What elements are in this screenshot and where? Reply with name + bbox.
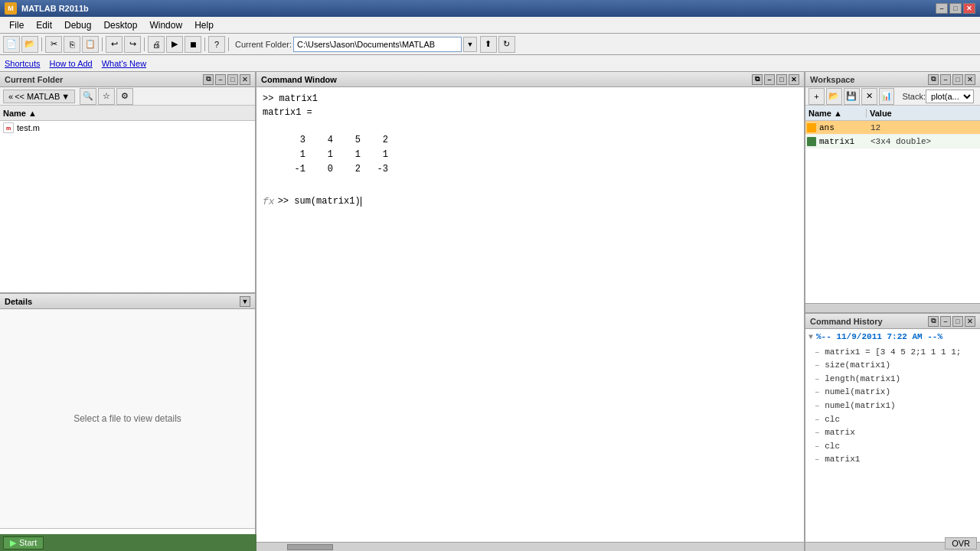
history-item-0[interactable]: matrix1 = [3 4 5 2;1 1 1 1; <box>808 346 977 360</box>
maximize-button[interactable]: □ <box>949 3 962 14</box>
menu-desktop[interactable]: Desktop <box>97 18 143 32</box>
history-item-4[interactable]: numel(matrix1) <box>808 399 977 413</box>
workspace-table-header: Name ▲ Value <box>805 106 980 121</box>
panel-minimize-button[interactable]: – <box>215 74 226 85</box>
cut-button[interactable]: ✂ <box>45 36 62 53</box>
menu-debug[interactable]: Debug <box>58 18 97 32</box>
panel-header-controls: ⧉ – □ ✕ <box>203 74 250 85</box>
history-close-button[interactable]: ✕ <box>965 316 975 327</box>
current-folder-input[interactable] <box>293 37 462 52</box>
history-item-3[interactable]: numel(matrix) <box>808 386 977 399</box>
command-content[interactable]: >> matrix1 matrix1 = 3 4 5 2 1 1 1 1 -1 … <box>256 87 804 542</box>
cmd-matrix-row-3: -1 0 2 -3 <box>263 162 798 177</box>
workspace-panel-header: Workspace ⧉ – □ ✕ <box>805 72 980 87</box>
command-window-title: Command Window <box>261 75 337 84</box>
start-bar: ▶ Start <box>0 534 256 551</box>
folder-refresh-button[interactable]: ↻ <box>498 36 515 53</box>
close-button[interactable]: ✕ <box>963 3 975 14</box>
breadcrumb-button[interactable]: « << MATLAB ▼ <box>3 90 75 103</box>
history-item-8[interactable]: matrix1 <box>808 453 977 467</box>
history-section-label: %-- 11/9/2011 7:22 AM --% <box>816 331 942 344</box>
folder-browse-button[interactable]: ▼ <box>463 37 477 52</box>
history-collapse-icon[interactable]: ▼ <box>808 333 813 341</box>
folder-up-button[interactable]: ⬆ <box>480 36 497 53</box>
scrollbar-thumb[interactable] <box>287 544 333 550</box>
cmd-output-blank1 <box>263 119 798 133</box>
command-history-title: Command History <box>810 317 883 326</box>
stack-dropdown[interactable]: plot(a... <box>926 90 974 103</box>
history-maximize-button[interactable]: □ <box>952 316 963 327</box>
panel-undock-button[interactable]: ⧉ <box>203 74 214 85</box>
command-window-scrollbar[interactable] <box>256 542 804 551</box>
start-button[interactable]: ▶ Start <box>3 536 44 549</box>
copy-button[interactable]: ⎘ <box>64 36 80 53</box>
history-controls: ⧉ – □ ✕ <box>928 316 975 327</box>
ws-plot-button[interactable]: 📊 <box>879 88 895 105</box>
new-file-button[interactable]: 📄 <box>3 36 20 53</box>
menu-window[interactable]: Window <box>143 18 188 32</box>
window-title: MATLAB R2011b <box>21 4 936 13</box>
workspace-close-button[interactable]: ✕ <box>965 74 975 85</box>
redo-button[interactable]: ↪ <box>124 36 141 53</box>
workspace-row-ans[interactable]: ans 12 <box>805 121 980 135</box>
window-controls: – □ ✕ <box>936 3 975 14</box>
history-undock-button[interactable]: ⧉ <box>928 316 939 327</box>
print-button[interactable]: 🖨 <box>148 36 165 53</box>
ws-save-button[interactable]: 💾 <box>844 88 860 105</box>
ws-delete-button[interactable]: ✕ <box>861 88 877 105</box>
workspace-toolbar: + 📂 💾 ✕ 📊 Stack: plot(a... <box>805 87 980 106</box>
workspace-undock-button[interactable]: ⧉ <box>928 74 939 85</box>
folder-favorites-button[interactable]: ☆ <box>98 88 115 105</box>
whats-new-link[interactable]: What's New <box>102 59 146 68</box>
ws-matrix1-name: matrix1 <box>818 137 867 146</box>
cmd-undock-button[interactable]: ⧉ <box>752 74 763 85</box>
open-file-button[interactable]: 📂 <box>21 36 38 53</box>
panel-close-button[interactable]: ✕ <box>240 74 250 85</box>
help-button[interactable]: ? <box>208 36 225 53</box>
folder-settings-button[interactable]: ⚙ <box>116 88 133 105</box>
cmd-close-button[interactable]: ✕ <box>789 74 799 85</box>
how-to-add-link[interactable]: How to Add <box>49 59 92 68</box>
run-button[interactable]: ▶ <box>166 36 183 53</box>
workspace-minimize-button[interactable]: – <box>940 74 951 85</box>
history-item-5[interactable]: clc <box>808 413 977 427</box>
cmd-maximize-button[interactable]: □ <box>776 74 787 85</box>
paste-button[interactable]: 📋 <box>82 36 99 53</box>
history-minimize-button[interactable]: – <box>940 316 951 327</box>
toolbar-separator-3 <box>144 37 145 51</box>
command-window-controls: ⧉ – □ ✕ <box>752 74 799 85</box>
minimize-button[interactable]: – <box>936 3 948 14</box>
undo-button[interactable]: ↩ <box>106 36 122 53</box>
main-toolbar: 📄 📂 ✂ ⎘ 📋 ↩ ↪ 🖨 ▶ ⏹ ? Current Folder: ▼ … <box>0 34 980 55</box>
workspace-maximize-button[interactable]: □ <box>952 74 963 85</box>
history-item-2[interactable]: length(matrix1) <box>808 373 977 386</box>
title-bar: M MATLAB R2011b – □ ✕ <box>0 0 980 17</box>
ws-new-var-button[interactable]: + <box>808 88 825 105</box>
workspace-content: Name ▲ Value ans 12 matrix1 <3x4 double> <box>805 106 980 303</box>
ws-name-column: Name ▲ <box>805 109 867 118</box>
shortcuts-link[interactable]: Shortcuts <box>5 59 40 68</box>
cmd-matrix-row-2: 1 1 1 1 <box>263 148 798 162</box>
ws-ans-icon <box>807 123 816 132</box>
panel-maximize-button[interactable]: □ <box>227 74 238 85</box>
menu-help[interactable]: Help <box>188 18 220 32</box>
list-item[interactable]: m test.m <box>0 121 255 135</box>
workspace-row-matrix1[interactable]: matrix1 <3x4 double> <box>805 135 980 148</box>
ws-value-column: Value <box>867 109 895 118</box>
details-expand-button[interactable]: ▼ <box>240 296 250 307</box>
stop-button[interactable]: ⏹ <box>185 36 201 53</box>
ovr-indicator: OVR <box>945 537 977 549</box>
menu-edit[interactable]: Edit <box>30 18 58 32</box>
left-panel: Current Folder ⧉ – □ ✕ « << MATLAB ▼ 🔍 ☆… <box>0 72 256 551</box>
cmd-minimize-button[interactable]: – <box>764 74 775 85</box>
history-item-7[interactable]: clc <box>808 440 977 454</box>
history-item-1[interactable]: size(matrix1) <box>808 359 977 373</box>
folder-search-button[interactable]: 🔍 <box>80 88 96 105</box>
history-section-row: ▼ %-- 11/9/2011 7:22 AM --% <box>808 331 977 344</box>
ws-open-button[interactable]: 📂 <box>826 88 842 105</box>
menu-file[interactable]: File <box>3 18 30 32</box>
workspace-scrollbar[interactable] <box>805 303 980 312</box>
history-item-6[interactable]: matrix <box>808 426 977 440</box>
stack-bar: Stack: plot(a... <box>899 90 977 103</box>
details-panel: Details ▼ Select a file to view details … <box>0 294 255 551</box>
